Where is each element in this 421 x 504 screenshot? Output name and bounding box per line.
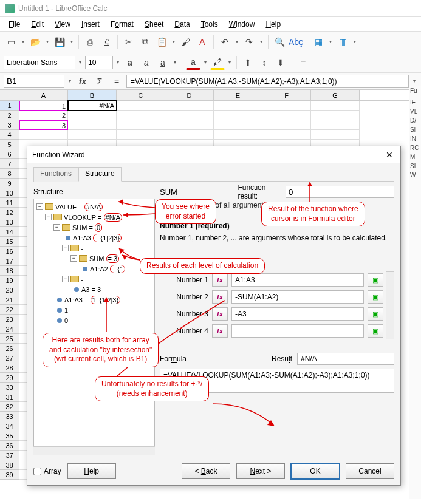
cell[interactable] [262,130,311,140]
column-header[interactable]: D [165,90,214,100]
sidebar-item[interactable]: Sl [409,125,421,134]
fx-icon[interactable]: fx [212,273,228,287]
dropdown-icon[interactable]: ▾ [352,39,358,44]
menu-edit[interactable]: Edit [26,18,49,30]
row-header[interactable]: 17 [0,256,19,266]
row-header[interactable]: 5 [0,140,19,149]
row-header[interactable]: 23 [0,315,19,324]
row-header[interactable]: 31 [0,392,19,402]
menu-file[interactable]: File [4,18,25,30]
shrink-ref-icon[interactable]: ▣ [368,273,383,287]
row-header[interactable]: 29 [0,373,19,383]
column-icon[interactable]: ▥ [335,35,350,49]
column-header[interactable]: F [262,90,311,100]
dropdown-icon[interactable]: ▾ [234,39,240,44]
cell[interactable] [311,130,360,140]
function-wizard-icon[interactable]: fx [75,74,90,89]
column-header[interactable]: G [311,90,360,100]
row-header[interactable]: 38 [0,460,19,470]
sidebar-item[interactable]: W [409,171,421,180]
array-checkbox[interactable]: Array [33,467,61,475]
fx-icon[interactable]: fx [212,324,228,338]
font-color-icon[interactable]: a [186,55,200,70]
copy-icon[interactable]: ⧉ [138,35,152,49]
clone-format-icon[interactable]: 🖌 [179,35,193,49]
sidebar-item[interactable]: IN [409,134,421,143]
horizontal-scrollbar[interactable] [33,446,155,455]
row-header[interactable]: 25 [0,334,19,344]
row-header[interactable]: 8 [0,169,19,179]
align-bottom-icon[interactable]: ⬇ [273,55,288,70]
cell[interactable] [262,120,311,130]
collapse-icon[interactable]: − [70,255,77,262]
next-button[interactable]: Next > [236,463,285,479]
row-icon[interactable]: ▦ [311,35,326,49]
row-header[interactable]: 32 [0,402,19,412]
column-header[interactable]: E [214,90,262,100]
collapse-icon[interactable]: − [62,245,69,251]
cell[interactable] [68,130,117,140]
close-icon[interactable]: ✕ [383,150,395,160]
vertical-scrollbar[interactable] [386,271,394,339]
equals-icon[interactable]: = [109,74,124,89]
collapse-icon[interactable]: − [45,214,52,220]
highlight-icon[interactable]: 🖍 [210,55,225,70]
underline-icon[interactable]: a [156,55,170,70]
row-header[interactable]: 19 [0,276,19,285]
cell[interactable]: #N/A [68,101,117,111]
menu-view[interactable]: View [50,18,75,30]
dropdown-icon[interactable]: ▾ [69,39,75,44]
cell[interactable] [68,120,117,130]
align-middle-icon[interactable]: ↕ [257,55,272,70]
arg-input[interactable] [231,273,364,287]
ok-button[interactable]: OK [291,463,340,479]
cancel-button[interactable]: Cancel [346,463,394,479]
row-header[interactable]: 18 [0,266,19,276]
row-header[interactable]: 26 [0,344,19,353]
cell[interactable] [165,111,214,120]
sidebar-item[interactable]: M [409,152,421,162]
name-box[interactable] [4,75,64,88]
menu-format[interactable]: Format [106,18,139,30]
cell[interactable] [165,101,214,111]
column-header[interactable]: A [19,90,68,100]
arg-input[interactable] [231,307,364,321]
font-size-input[interactable] [85,56,113,69]
collapse-icon[interactable]: − [36,203,43,210]
dropdown-icon[interactable]: ▾ [171,39,177,44]
cell[interactable] [19,130,68,140]
row-header[interactable]: 6 [0,149,19,159]
row-header[interactable]: 7 [0,159,19,169]
row-header[interactable]: 12 [0,208,19,217]
spellcheck-icon[interactable]: Abç [289,35,303,49]
sidebar-item[interactable]: IF [409,98,421,107]
menu-tools[interactable]: Tools [196,18,223,30]
row-header[interactable]: 9 [0,179,19,188]
cell[interactable] [117,120,165,130]
row-header[interactable]: 21 [0,295,19,305]
cell[interactable] [117,130,165,140]
sidebar-item[interactable]: Fu [409,86,421,95]
shrink-ref-icon[interactable]: ▣ [368,290,383,304]
corner-cell[interactable] [0,90,19,100]
column-header[interactable]: C [117,90,165,100]
row-header[interactable]: 28 [0,363,19,373]
dropdown-icon[interactable]: ▾ [77,60,83,65]
row-header[interactable]: 37 [0,451,19,460]
row-header[interactable]: 3 [0,120,19,130]
row-header[interactable]: 22 [0,305,19,315]
sidebar-item[interactable]: RC [409,143,421,152]
row-header[interactable]: 30 [0,383,19,392]
dropdown-icon[interactable]: ▾ [227,60,233,65]
dropdown-icon[interactable]: ▾ [172,60,178,65]
structure-tree[interactable]: −VALUE = #N/A −VLOOKUP = #N/A −SUM = 0 A… [33,199,155,446]
italic-icon[interactable]: a [139,55,154,70]
column-header[interactable]: B [68,90,117,100]
cell[interactable]: 1 [19,101,68,111]
font-name-input[interactable] [4,56,75,69]
row-header[interactable]: 1 [0,101,19,111]
fx-icon[interactable]: fx [212,307,228,321]
cell[interactable] [214,130,262,140]
row-header[interactable]: 35 [0,431,19,441]
print-icon[interactable]: 🖨 [99,35,114,49]
